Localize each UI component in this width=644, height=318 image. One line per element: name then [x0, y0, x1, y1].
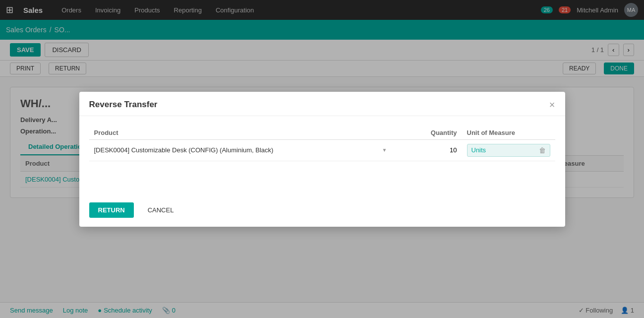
quantity-input[interactable] [427, 146, 457, 154]
uom-cell: Units 🗑 [467, 144, 550, 157]
dropdown-arrow-icon: ▼ [382, 147, 387, 153]
modal-table: Product Quantity Unit of Measure [DESK00… [89, 126, 555, 161]
modal-table-row: [DESK0004] Customizable Desk (CONFIG) (A… [89, 139, 555, 161]
uom-text: Units [471, 146, 486, 154]
modal-row-product[interactable]: [DESK0004] Customizable Desk (CONFIG) (A… [89, 139, 392, 161]
modal-footer: RETURN CANCEL [79, 195, 565, 227]
modal-row-uom: Units 🗑 [462, 139, 555, 161]
delete-uom-icon[interactable]: 🗑 [539, 146, 546, 154]
modal-col-product: Product [89, 126, 392, 140]
modal-title: Reverse Transfer [89, 100, 158, 110]
modal-col-quantity: Quantity [392, 126, 462, 140]
modal-return-button[interactable]: RETURN [89, 202, 134, 218]
modal-row-quantity[interactable] [392, 139, 462, 161]
modal-body: Product Quantity Unit of Measure [DESK00… [79, 116, 565, 195]
product-select-wrapper: [DESK0004] Customizable Desk (CONFIG) (A… [94, 146, 387, 154]
modal-close-button[interactable]: × [549, 100, 555, 110]
modal-col-uom: Unit of Measure [462, 126, 555, 140]
product-select[interactable]: [DESK0004] Customizable Desk (CONFIG) (A… [94, 146, 380, 154]
reverse-transfer-modal: Reverse Transfer × Product Quantity Unit… [79, 92, 565, 227]
modal-overlay[interactable]: Reverse Transfer × Product Quantity Unit… [0, 0, 644, 318]
modal-cancel-button[interactable]: CANCEL [139, 202, 183, 218]
modal-header: Reverse Transfer × [79, 92, 565, 116]
